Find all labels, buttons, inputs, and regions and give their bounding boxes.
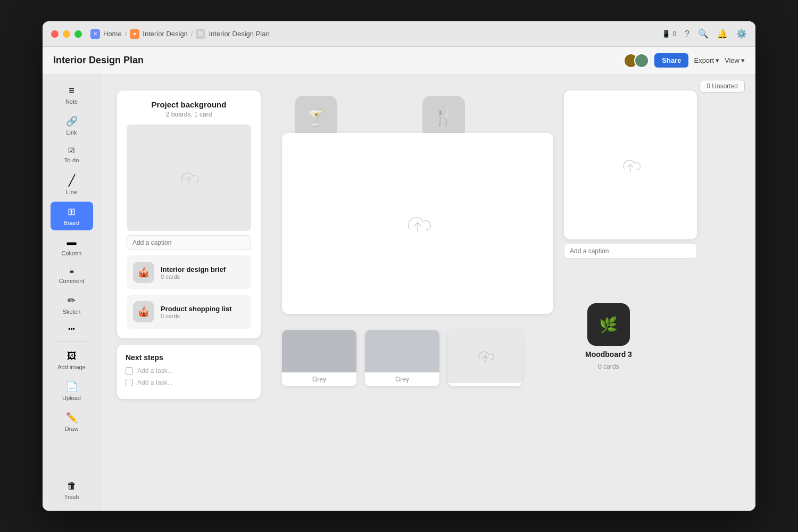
sidebar-item-upload[interactable]: 📄 Upload <box>51 377 93 405</box>
project-bg-subtitle: 2 boards, 1 card <box>127 111 251 118</box>
breadcrumb-interior-label: Interior Design <box>143 30 188 38</box>
project-bg-image-placeholder[interactable] <box>127 124 251 231</box>
task-checkbox-1[interactable] <box>126 367 133 375</box>
shopping-list-title: Product shopping list <box>161 305 232 313</box>
next-steps-title: Next steps <box>126 353 252 362</box>
strip-card-upload[interactable] <box>448 330 522 386</box>
avatar-2 <box>634 53 649 68</box>
titlebar: ✕ Home / ■ Interior Design / ⬜ Interior … <box>43 21 755 47</box>
breadcrumb-home-label: Home <box>103 30 122 38</box>
sidebar-item-more[interactable]: ••• <box>51 321 93 337</box>
canvas-content: Project background 2 boards, 1 card <box>117 90 702 463</box>
right-image-placeholder[interactable] <box>564 90 697 239</box>
view-button[interactable]: View ▾ <box>725 56 745 64</box>
strip-upload-icon <box>476 348 494 364</box>
sub-card-interior-brief[interactable]: 🎪 Interior design brief 0 cards <box>127 255 251 289</box>
moodboard-3-card[interactable]: 🌿 Moodboard 3 0 cards <box>585 303 632 370</box>
todo-icon: ☑ <box>68 146 75 155</box>
bell-icon[interactable]: 🔔 <box>717 29 728 39</box>
sidebar-item-add-image[interactable]: 🖼 Add image <box>51 346 93 375</box>
project-background-card: Project background 2 boards, 1 card <box>117 90 261 399</box>
strip-img-grey1 <box>282 330 356 372</box>
trash-icon: 🗑 <box>67 480 77 492</box>
strip-label-grey2: Grey <box>365 372 439 386</box>
right-image-area <box>564 90 697 259</box>
help-icon[interactable]: ? <box>685 29 689 39</box>
link-icon: 🔗 <box>66 115 78 127</box>
minimize-button[interactable] <box>63 30 70 38</box>
more-icon: ••• <box>68 326 75 333</box>
breadcrumb-plan[interactable]: ⬜ Interior Design Plan <box>196 29 269 39</box>
comment-icon: ≡ <box>69 267 73 276</box>
unsorted-button[interactable]: 0 Unsorted <box>700 80 745 93</box>
breadcrumb-sep-2: / <box>191 30 193 38</box>
large-image-area[interactable] <box>282 133 553 314</box>
sidebar-item-sketch[interactable]: ✏ Sketch <box>51 290 93 319</box>
caption-input[interactable] <box>127 235 251 250</box>
moodboard-2-icon: 🍴 <box>422 96 465 138</box>
sub-card-shopping-info: Product shopping list 0 cards <box>161 305 232 319</box>
export-button[interactable]: Export ▾ <box>694 56 719 64</box>
breadcrumb-home[interactable]: ✕ Home <box>90 29 122 39</box>
breadcrumb-sep-1: / <box>125 30 127 38</box>
shopping-list-icon: 🎪 <box>133 301 154 322</box>
sketch-icon: ✏ <box>68 295 76 306</box>
sidebar-item-comment[interactable]: ≡ Comment <box>51 263 93 288</box>
strip-card-grey2[interactable]: Grey <box>365 330 439 386</box>
export-chevron-icon: ▾ <box>716 56 719 64</box>
search-icon[interactable]: 🔍 <box>698 29 709 39</box>
strip-card-grey1[interactable]: Grey <box>282 330 356 386</box>
project-bg-title: Project background <box>127 100 251 109</box>
add-image-icon: 🖼 <box>67 351 77 362</box>
sidebar-item-todo[interactable]: ☑ To-do <box>51 142 93 168</box>
shopping-list-count: 0 cards <box>161 313 232 319</box>
upload-icon: 📄 <box>66 381 78 393</box>
device-icon: 📱 <box>662 30 670 38</box>
sidebar-divider <box>54 342 89 342</box>
interior-brief-icon: 🎪 <box>133 262 154 283</box>
settings-icon[interactable]: ⚙️ <box>736 29 747 39</box>
sub-card-interior-info: Interior design brief 0 cards <box>161 265 226 280</box>
strip-img-grey2 <box>365 330 439 372</box>
sidebar-item-draw[interactable]: ✏️ Draw <box>51 408 93 436</box>
task-item-1: Add a task... <box>126 367 252 375</box>
device-icon-group: 📱 0 <box>662 30 676 38</box>
sidebar-item-note[interactable]: ≡ Note <box>51 81 93 109</box>
project-background-board: Project background 2 boards, 1 card <box>117 90 261 338</box>
large-upload-icon <box>404 211 431 236</box>
close-button[interactable] <box>51 30 59 38</box>
breadcrumb-plan-label: Interior Design Plan <box>209 30 269 38</box>
sub-card-shopping-list[interactable]: 🎪 Product shopping list 0 cards <box>127 295 251 329</box>
task-checkbox-2[interactable] <box>126 379 133 386</box>
sidebar-item-board[interactable]: ⊞ Board <box>51 202 93 230</box>
plan-icon: ⬜ <box>196 29 205 39</box>
interior-icon: ■ <box>130 29 139 39</box>
share-button[interactable]: Share <box>654 53 688 68</box>
interior-brief-title: Interior design brief <box>161 265 226 273</box>
canvas: 0 Unsorted Project background 2 boards, … <box>101 74 755 511</box>
sidebar-item-link[interactable]: 🔗 Link <box>51 111 93 140</box>
maximize-button[interactable] <box>74 30 82 38</box>
task-input-1[interactable]: Add a task... <box>137 367 252 375</box>
sidebar: ≡ Note 🔗 Link ☑ To-do ╱ Line ⊞ Board ▬ C… <box>43 74 101 511</box>
moodboard-3-count: 0 cards <box>598 363 619 370</box>
titlebar-actions: 📱 0 ? 🔍 🔔 ⚙️ <box>662 29 747 39</box>
main-layout: ≡ Note 🔗 Link ☑ To-do ╱ Line ⊞ Board ▬ C… <box>43 74 755 511</box>
strip-label-grey1: Grey <box>282 372 356 386</box>
upload-cloud-icon <box>178 168 200 187</box>
sidebar-item-column[interactable]: ▬ Column <box>51 232 93 261</box>
line-icon: ╱ <box>69 174 75 187</box>
sidebar-item-trash[interactable]: 🗑 Trash <box>51 476 93 504</box>
task-item-2: Add a task... <box>126 379 252 386</box>
app-window: ✕ Home / ■ Interior Design / ⬜ Interior … <box>43 21 755 511</box>
draw-icon: ✏️ <box>66 412 78 423</box>
sidebar-item-line[interactable]: ╱ Line <box>51 170 93 200</box>
breadcrumb-interior[interactable]: ■ Interior Design <box>130 29 188 39</box>
topbar: Interior Design Plan Share Export ▾ View… <box>43 47 755 74</box>
device-count: 0 <box>672 30 676 38</box>
interior-brief-count: 0 cards <box>161 273 226 280</box>
note-icon: ≡ <box>69 85 74 96</box>
task-input-2[interactable]: Add a task... <box>137 379 252 386</box>
moodboard-1-icon: 🍸 <box>295 96 337 138</box>
right-caption-input[interactable] <box>564 244 697 259</box>
